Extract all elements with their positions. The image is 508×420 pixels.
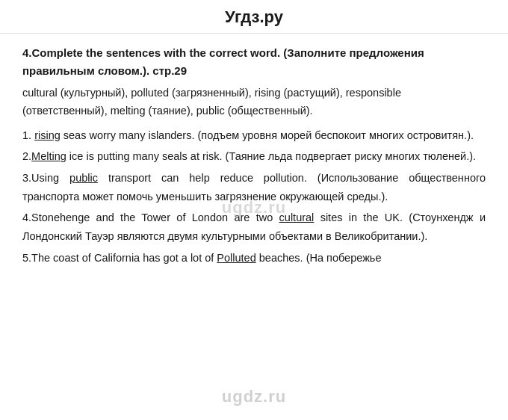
sentence-5-underline: Polluted — [217, 252, 255, 264]
sentence-3-underline: public — [69, 172, 98, 184]
sentence-2-rest: ice is putting many seals at risk. (Таян… — [66, 150, 476, 162]
sentence-3: 3.Using public transport can help reduce… — [22, 169, 486, 206]
sentence-4-number: 4. — [22, 211, 31, 223]
sentence-1-underline: rising — [34, 129, 61, 141]
task-title: 4.Complete the sentences with the correc… — [22, 44, 486, 80]
sentence-4-underline: cultural — [279, 211, 315, 223]
sentence-5: 5.The coast of California has got a lot … — [22, 249, 486, 268]
sentence-1-rest: seas worry many islanders. (подъем уровн… — [61, 129, 474, 141]
sentence-4: 4.Stonehenge and the Tower of London are… — [22, 209, 486, 245]
main-content: 4.Complete the sentences with the correc… — [0, 34, 508, 277]
sentence-2: 2.Melting ice is putting many seals at r… — [22, 147, 486, 166]
site-title: Угдз.ру — [225, 7, 283, 26]
sentence-2-underline: Melting — [31, 150, 66, 162]
sentence-3-number: 3. — [22, 172, 31, 184]
sentence-2-number: 2. — [22, 150, 31, 162]
sentence-5-rest: beaches. (На побережье — [256, 252, 382, 264]
word-list: cultural (культурный), polluted (загрязн… — [22, 84, 486, 120]
sentences-container: 1. rising seas worry many islanders. (по… — [22, 126, 486, 267]
sentence-1: 1. rising seas worry many islanders. (по… — [22, 126, 486, 145]
page-header: Угдз.ру — [0, 0, 508, 34]
sentence-5-before: The coast of California has got a lot of — [31, 252, 217, 264]
watermark-bottom: ugdz.ru — [0, 387, 508, 407]
sentence-5-number: 5. — [22, 252, 31, 264]
sentence-4-before: Stonehenge and the Tower of London are t… — [31, 211, 279, 223]
sentence-1-number: 1. — [22, 129, 34, 141]
sentence-3-before: Using — [31, 172, 69, 184]
